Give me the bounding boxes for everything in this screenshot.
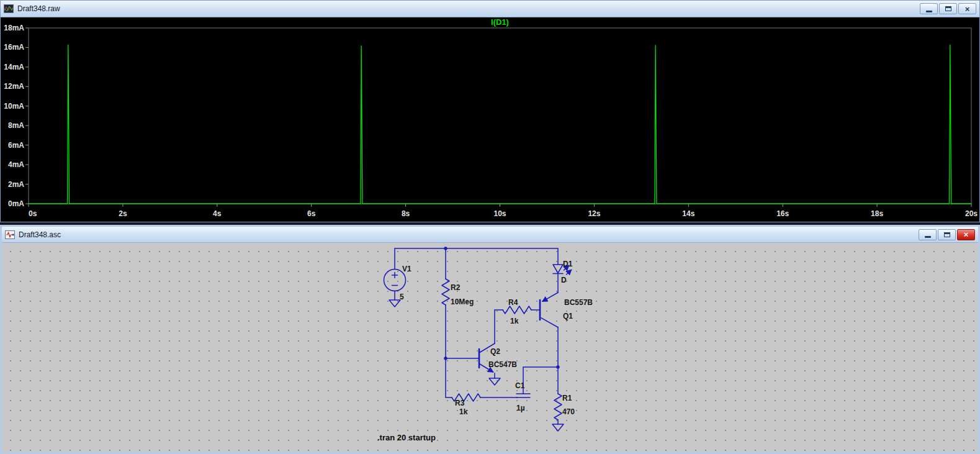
schematic-window: Draft348.asc × bbox=[0, 225, 980, 454]
y-tick-label: 12mA bbox=[4, 82, 24, 91]
y-tick-label: 14mA bbox=[4, 63, 24, 71]
label-R4-designator[interactable]: R4 bbox=[508, 298, 518, 307]
x-tick-label: 18s bbox=[871, 209, 883, 218]
ground-symbol[interactable] bbox=[552, 424, 564, 431]
x-tick-label: 8s bbox=[402, 209, 410, 218]
label-R1-value[interactable]: 470 bbox=[562, 407, 575, 416]
label-R3-value[interactable]: 1k bbox=[459, 407, 468, 416]
y-tick-label: 10mA bbox=[4, 102, 24, 111]
x-tick-label: 14s bbox=[682, 209, 695, 218]
wires[interactable] bbox=[395, 248, 558, 424]
plot-border bbox=[29, 28, 971, 204]
schematic-canvas[interactable]: V1 5 R2 10Meg D1 D BC557B Q1 R4 1k Q2 BC… bbox=[2, 243, 978, 452]
junction-dot bbox=[444, 247, 447, 250]
trace-legend-label[interactable]: I(D1) bbox=[491, 17, 509, 27]
trace-I-D1 bbox=[29, 45, 971, 204]
x-tick-label: 20s bbox=[965, 209, 978, 218]
y-tick-label: 18mA bbox=[4, 24, 24, 32]
ground-symbol[interactable] bbox=[389, 300, 400, 307]
ground-symbol[interactable] bbox=[489, 378, 500, 385]
label-V1-value[interactable]: 5 bbox=[400, 293, 404, 301]
label-C1-designator[interactable]: C1 bbox=[515, 381, 525, 390]
schematic-file-icon[interactable] bbox=[5, 230, 15, 240]
component-Q1-pnp-transistor[interactable] bbox=[540, 293, 558, 327]
y-tick-label: 0mA bbox=[8, 199, 24, 208]
label-Q1-designator[interactable]: Q1 bbox=[563, 312, 573, 320]
maximize-button[interactable] bbox=[938, 229, 956, 240]
schematic-drawing[interactable]: V1 5 R2 10Meg D1 D BC557B Q1 R4 1k Q2 BC… bbox=[2, 243, 978, 452]
waveform-file-icon[interactable] bbox=[4, 4, 14, 14]
led-emission-arrow bbox=[567, 270, 572, 275]
label-D1-designator[interactable]: D1 bbox=[563, 260, 573, 268]
minimize-icon bbox=[925, 236, 931, 238]
label-R2-designator[interactable]: R2 bbox=[451, 283, 461, 292]
junction-dot bbox=[556, 365, 559, 368]
waveform-window: Draft348.raw × 18mA16mA14mA12mA10mA8mA6m… bbox=[0, 0, 980, 222]
y-tick-label: 16mA bbox=[4, 43, 24, 52]
schematic-window-titlebar[interactable]: Draft348.asc × bbox=[2, 227, 978, 243]
y-tick-label: 8mA bbox=[8, 121, 24, 130]
waveform-window-controls: × bbox=[920, 3, 976, 14]
label-C1-value[interactable]: 1µ bbox=[516, 404, 525, 412]
x-tick-label: 4s bbox=[213, 209, 222, 218]
label-R2-value[interactable]: 10Meg bbox=[451, 297, 474, 306]
label-D1-value[interactable]: D bbox=[561, 276, 567, 284]
schematic-window-title: Draft348.asc bbox=[19, 230, 61, 239]
minimize-icon bbox=[926, 11, 932, 12]
component-R4-resistor[interactable] bbox=[503, 306, 531, 314]
component-R2-resistor[interactable] bbox=[442, 279, 449, 305]
y-tick-label: 6mA bbox=[8, 141, 24, 150]
y-tick-label: 4mA bbox=[8, 160, 24, 169]
label-R1-designator[interactable]: R1 bbox=[562, 394, 572, 402]
label-R3-designator[interactable]: R3 bbox=[455, 399, 465, 407]
close-icon: × bbox=[965, 5, 970, 13]
x-tick-label: 16s bbox=[776, 209, 789, 218]
label-Q2-designator[interactable]: Q2 bbox=[490, 347, 500, 356]
minimize-button[interactable] bbox=[919, 229, 937, 240]
x-tick-label: 12s bbox=[588, 209, 600, 218]
schematic-window-controls: × bbox=[919, 229, 975, 240]
minimize-button[interactable] bbox=[920, 3, 938, 14]
label-Q1-value[interactable]: BC557B bbox=[564, 298, 593, 307]
component-R1-resistor[interactable] bbox=[554, 394, 562, 420]
label-Q2-value[interactable]: BC547B bbox=[488, 360, 517, 369]
component-C1-capacitor[interactable] bbox=[516, 394, 530, 397]
waveform-window-title: Draft348.raw bbox=[17, 4, 60, 13]
close-icon: × bbox=[964, 230, 969, 238]
maximize-icon bbox=[944, 232, 950, 237]
spice-directive[interactable]: .tran 20 startup bbox=[377, 433, 436, 442]
waveform-window-titlebar[interactable]: Draft348.raw × bbox=[1, 1, 979, 17]
close-button[interactable]: × bbox=[957, 229, 975, 240]
x-tick-label: 0s bbox=[29, 209, 37, 218]
y-tick-label: 2mA bbox=[8, 180, 24, 189]
waveform-plot-area[interactable]: 18mA16mA14mA12mA10mA8mA6mA4mA2mA0mA0s2s4… bbox=[1, 17, 979, 222]
maximize-icon bbox=[945, 6, 951, 11]
close-button[interactable]: × bbox=[958, 3, 976, 14]
maximize-button[interactable] bbox=[939, 3, 957, 14]
label-R4-value[interactable]: 1k bbox=[510, 317, 519, 325]
x-tick-label: 6s bbox=[307, 209, 316, 218]
label-V1-designator[interactable]: V1 bbox=[402, 265, 411, 273]
x-tick-label: 2s bbox=[119, 209, 127, 218]
junction-dot bbox=[444, 356, 447, 360]
x-tick-label: 10s bbox=[493, 209, 506, 218]
